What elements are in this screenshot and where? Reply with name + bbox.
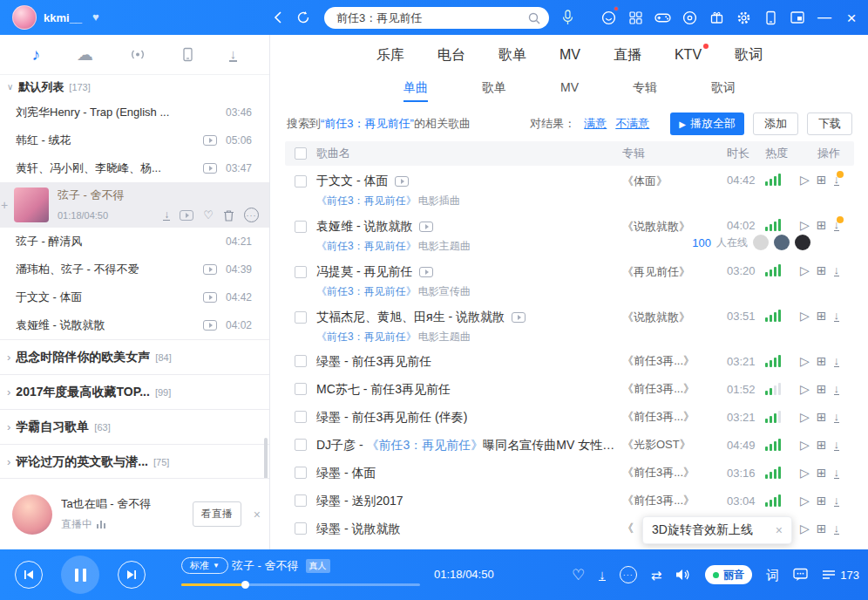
play-queue-button[interactable]: 173 bbox=[822, 569, 859, 582]
add-to-playlist-button[interactable]: ⊞ bbox=[817, 494, 827, 507]
movie-link[interactable]: 《前任3：再见前任》 bbox=[316, 285, 417, 297]
default-playlist-header[interactable]: ∨ 默认列表 [173] bbox=[0, 75, 269, 99]
close-icon[interactable]: × bbox=[776, 523, 783, 537]
play-button[interactable]: ▷ bbox=[800, 467, 810, 479]
row-checkbox[interactable] bbox=[295, 522, 307, 535]
album-link[interactable]: 《光影OST》 bbox=[622, 437, 727, 453]
song-title[interactable]: 袁娅维 - 说散就散 bbox=[316, 219, 412, 234]
volume-icon[interactable] bbox=[675, 569, 691, 581]
mv-icon[interactable] bbox=[203, 135, 217, 146]
play-button[interactable]: ▷ bbox=[800, 383, 810, 395]
message-icon[interactable] bbox=[599, 8, 618, 27]
mv-icon[interactable] bbox=[512, 312, 526, 323]
listener-avatar[interactable] bbox=[753, 235, 769, 250]
song-title[interactable]: DJ子彦 - 《前任3：再见前任》曝同名宣传曲MV 女性视... bbox=[316, 438, 615, 453]
add-to-playlist-button[interactable]: ⊞ bbox=[817, 522, 827, 535]
movie-link[interactable]: 《前任3：再见前任》 bbox=[367, 438, 484, 452]
tab-download-icon[interactable]: ↓ bbox=[229, 48, 238, 62]
song-title[interactable]: 冯提莫 - 再见前任 bbox=[316, 264, 412, 279]
add-button[interactable]: 添加 bbox=[753, 112, 798, 135]
phone-icon[interactable] bbox=[761, 8, 780, 27]
satisfied-link[interactable]: 满意 bbox=[584, 116, 607, 132]
row-checkbox[interactable] bbox=[295, 221, 307, 233]
add-to-playlist-button[interactable]: ⊞ bbox=[817, 383, 827, 395]
trash-icon[interactable] bbox=[223, 209, 234, 222]
table-row[interactable]: 绿墨 - 送别2017 《前任3再...》 03:04 ▷ ⊞ ↓ bbox=[285, 487, 854, 515]
online-count[interactable]: 100 bbox=[692, 236, 711, 249]
close-icon[interactable]: × bbox=[254, 508, 261, 522]
chevron-down-icon[interactable]: ∨ bbox=[7, 82, 13, 92]
more-icon[interactable]: ··· bbox=[620, 566, 637, 583]
table-row[interactable]: 袁娅维 - 说散就散 《前任3：再见前任》电影主题曲 《说散就散》 04:02 … bbox=[285, 211, 854, 256]
album-link[interactable]: 《前任3再...》 bbox=[622, 409, 727, 425]
table-row[interactable]: MC苏七 - 前任3再见前任 《前任3再...》 01:52 ▷ ⊞ ↓ bbox=[285, 375, 854, 403]
tab-local-music[interactable]: ♪ bbox=[32, 45, 41, 65]
album-link[interactable]: 《前任3再...》 bbox=[622, 381, 727, 397]
add-to-playlist-button[interactable]: ⊞ bbox=[817, 174, 827, 186]
heart-icon[interactable]: ♡ bbox=[572, 568, 585, 583]
listener-avatar[interactable] bbox=[837, 235, 852, 250]
search-icon[interactable] bbox=[528, 12, 540, 24]
play-button[interactable]: ▷ bbox=[800, 174, 810, 186]
nav-live[interactable]: 直播 bbox=[614, 46, 641, 65]
sidebar-playlist-item[interactable]: › 2017年度最高收藏TOP... [99] bbox=[0, 374, 269, 409]
sidebar-song-row[interactable]: 黄轩、冯小刚、李晓峰、杨... 03:47 bbox=[0, 154, 269, 182]
tab-albums[interactable]: 专辑 bbox=[633, 80, 657, 102]
download-button[interactable]: ↓ bbox=[834, 495, 840, 507]
tab-cloud-icon[interactable]: ☁ bbox=[77, 44, 93, 65]
play-button[interactable]: ▷ bbox=[800, 439, 810, 451]
row-checkbox[interactable] bbox=[295, 355, 307, 367]
username[interactable]: kkmi__ bbox=[44, 11, 82, 24]
sidebar-scrollbar[interactable] bbox=[264, 438, 268, 481]
now-playing-row[interactable]: + 弦子 - 舍不得 01:18/04:50 ↓ ♡ ··· bbox=[0, 182, 269, 228]
song-title[interactable]: 于文文 - 体面 bbox=[316, 174, 388, 188]
row-checkbox[interactable] bbox=[295, 494, 307, 507]
album-link[interactable]: 《前任3再...》 bbox=[622, 353, 727, 369]
row-checkbox[interactable] bbox=[295, 266, 307, 278]
table-row[interactable]: 绿墨 - 体面 《前任3再...》 03:16 ▷ ⊞ ↓ bbox=[285, 459, 854, 487]
download-button[interactable]: ↓ bbox=[834, 384, 840, 395]
song-title[interactable]: 艾福杰尼、黄旭、田я生 - 说散就散 bbox=[316, 310, 505, 324]
more-icon[interactable]: ··· bbox=[244, 208, 259, 222]
download-button[interactable]: ↓ bbox=[834, 523, 840, 535]
movie-link[interactable]: 《前任3：再见前任》 bbox=[316, 331, 417, 343]
nav-mv[interactable]: MV bbox=[559, 47, 580, 63]
play-all-button[interactable]: ▶播放全部 bbox=[670, 112, 744, 135]
row-checkbox[interactable] bbox=[295, 411, 307, 423]
live-show-icon[interactable] bbox=[680, 8, 699, 27]
add-to-playlist-button[interactable]: ⊞ bbox=[817, 411, 827, 423]
result-keyword[interactable]: “前任3：再见前任” bbox=[321, 116, 414, 132]
play-mode-icon[interactable]: ⇄ bbox=[651, 569, 662, 582]
mv-icon[interactable] bbox=[203, 163, 217, 174]
quality-selector[interactable]: 标准▼ bbox=[181, 557, 228, 574]
live-avatar[interactable] bbox=[12, 494, 52, 535]
refresh-icon[interactable] bbox=[296, 10, 310, 28]
add-to-playlist-button[interactable]: ⊞ bbox=[817, 355, 827, 367]
table-row[interactable]: DJ子彦 - 《前任3：再见前任》曝同名宣传曲MV 女性视... 《光影OST》… bbox=[285, 431, 854, 459]
row-checkbox[interactable] bbox=[295, 439, 307, 451]
tab-songs[interactable]: 单曲 bbox=[403, 80, 428, 102]
table-row[interactable]: 于文文 - 体面 《前任3：再见前任》电影插曲 《体面》 04:42 ▷ ⊞ ↓ bbox=[285, 166, 854, 211]
row-checkbox[interactable] bbox=[295, 467, 307, 479]
sidebar-playlist-item[interactable]: › 思念时陪伴你的欧美女声 [84] bbox=[0, 339, 269, 374]
sidebar-song-row[interactable]: 韩红 - 绒花 05:06 bbox=[0, 126, 269, 154]
play-button[interactable]: ▷ bbox=[800, 219, 810, 231]
next-button[interactable] bbox=[118, 561, 146, 589]
mv-icon[interactable] bbox=[419, 267, 433, 277]
back-button[interactable] bbox=[274, 11, 281, 27]
song-title[interactable]: 绿墨 - 前任3再见前任 (伴奏) bbox=[316, 410, 467, 425]
heart-icon[interactable]: ♡ bbox=[203, 208, 214, 222]
game-icon[interactable] bbox=[653, 8, 672, 27]
nav-ktv[interactable]: KTV bbox=[675, 47, 702, 63]
add-to-playlist-button[interactable]: ⊞ bbox=[817, 264, 827, 276]
tab-playlists[interactable]: 歌单 bbox=[482, 80, 506, 102]
play-button[interactable]: ▷ bbox=[800, 355, 810, 367]
download-icon[interactable]: ↓ bbox=[163, 210, 170, 221]
play-button[interactable]: ▷ bbox=[800, 264, 810, 276]
song-title[interactable]: 绿墨 - 说散就散 bbox=[316, 522, 400, 536]
album-link[interactable]: 《前任3再...》 bbox=[622, 493, 727, 508]
previous-button[interactable] bbox=[15, 561, 43, 589]
mv-icon[interactable] bbox=[203, 264, 217, 275]
movie-link[interactable]: 《前任3：再见前任》 bbox=[316, 194, 417, 207]
apps-grid-icon[interactable] bbox=[626, 8, 645, 27]
